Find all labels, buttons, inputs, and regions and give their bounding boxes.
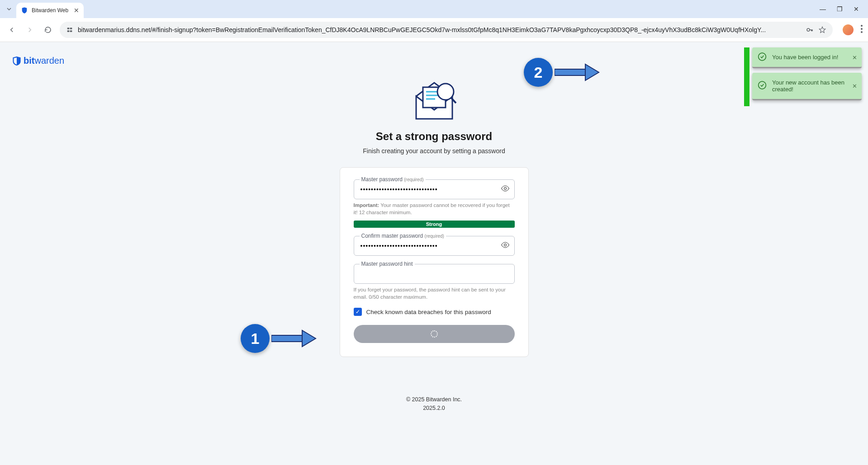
page-subtitle: Finish creating your account by setting … bbox=[363, 147, 505, 155]
bitwarden-favicon-icon bbox=[21, 7, 28, 14]
check-circle-icon bbox=[758, 52, 767, 62]
toast-stack: You have been logged in! ✕ Your new acco… bbox=[752, 47, 862, 100]
browser-chrome: Bitwarden Web ✕ — ❐ ✕ bitwardenmarius.dd… bbox=[0, 0, 868, 42]
password-strength-bar: Strong bbox=[354, 221, 515, 228]
reload-button[interactable] bbox=[42, 23, 54, 36]
svg-rect-2 bbox=[67, 30, 70, 32]
brand-text: bitwarden bbox=[24, 56, 64, 66]
svg-rect-1 bbox=[70, 28, 72, 29]
svg-rect-18 bbox=[271, 335, 302, 342]
password-hint-help: If you forget your password, the passwor… bbox=[354, 287, 515, 301]
svg-point-17 bbox=[759, 81, 766, 89]
svg-point-5 bbox=[861, 25, 863, 27]
browser-tab[interactable]: Bitwarden Web ✕ bbox=[16, 3, 84, 18]
tab-title: Bitwarden Web bbox=[32, 7, 68, 14]
annotation-badge: 1 bbox=[241, 324, 270, 353]
toast-account-created: Your new account has been created! ✕ bbox=[752, 73, 862, 100]
browser-toolbar: bitwardenmarius.ddns.net/#/finish-signup… bbox=[0, 18, 868, 42]
password-hint-field[interactable]: Master password hint bbox=[354, 264, 515, 284]
address-bar[interactable]: bitwardenmarius.ddns.net/#/finish-signup… bbox=[60, 22, 833, 38]
toast-close-icon[interactable]: ✕ bbox=[852, 54, 857, 61]
browser-menu-icon[interactable] bbox=[861, 25, 863, 35]
annotation-badge: 2 bbox=[524, 58, 553, 87]
svg-rect-0 bbox=[67, 28, 70, 29]
profile-avatar[interactable] bbox=[842, 23, 854, 36]
tab-search-dropdown[interactable] bbox=[4, 4, 14, 14]
submit-button[interactable] bbox=[354, 325, 515, 343]
svg-point-4 bbox=[807, 28, 810, 31]
version-text: 2025.2.0 bbox=[406, 404, 462, 413]
site-settings-icon[interactable] bbox=[66, 26, 73, 33]
svg-point-6 bbox=[861, 28, 863, 30]
confirm-password-field[interactable]: Confirm master password (required) bbox=[354, 236, 515, 256]
arrow-right-icon bbox=[555, 62, 600, 82]
password-hint-label: Master password hint bbox=[360, 261, 415, 267]
tab-close-icon[interactable]: ✕ bbox=[74, 7, 79, 14]
toggle-visibility-icon[interactable] bbox=[501, 184, 510, 195]
forward-button[interactable] bbox=[24, 23, 36, 36]
toast-close-icon[interactable]: ✕ bbox=[852, 83, 857, 89]
confirm-password-input[interactable] bbox=[360, 242, 496, 249]
close-window-icon[interactable]: ✕ bbox=[854, 5, 859, 13]
strength-label: Strong bbox=[426, 221, 442, 227]
minimize-icon[interactable]: — bbox=[820, 5, 826, 13]
master-password-label: Master password (required) bbox=[360, 176, 426, 183]
url-text: bitwardenmarius.ddns.net/#/finish-signup… bbox=[78, 26, 801, 33]
toast-message: You have been logged in! bbox=[772, 54, 838, 61]
bookmark-star-icon[interactable] bbox=[818, 26, 826, 34]
envelope-magnify-icon bbox=[407, 76, 461, 121]
svg-point-15 bbox=[504, 244, 506, 246]
form-card: Master password (required) Important: Yo… bbox=[340, 167, 529, 357]
back-button[interactable] bbox=[5, 23, 18, 36]
loading-spinner-icon bbox=[431, 330, 438, 338]
toast-message: Your new account has been created! bbox=[772, 79, 844, 93]
annotation-1: 1 bbox=[241, 324, 317, 353]
maximize-icon[interactable]: ❐ bbox=[837, 5, 843, 13]
shield-icon bbox=[13, 56, 21, 66]
arrow-right-icon bbox=[271, 329, 317, 348]
toast-logged-in: You have been logged in! ✕ bbox=[752, 47, 862, 68]
breach-checkbox[interactable]: ✓ bbox=[354, 308, 362, 316]
password-key-icon[interactable] bbox=[806, 26, 814, 34]
svg-rect-19 bbox=[555, 69, 585, 75]
master-password-field[interactable]: Master password (required) bbox=[354, 179, 515, 199]
master-password-hint: Important: Your master password cannot b… bbox=[354, 202, 515, 216]
browser-titlebar: Bitwarden Web ✕ — ❐ ✕ bbox=[0, 0, 868, 18]
brand-logo[interactable]: bitwarden bbox=[13, 56, 64, 66]
toggle-visibility-icon[interactable] bbox=[501, 240, 510, 251]
annotation-2: 2 bbox=[524, 58, 600, 87]
breach-check-row[interactable]: ✓ Check known data breaches for this pas… bbox=[354, 308, 515, 316]
annotation-green-bar bbox=[744, 47, 749, 106]
confirm-password-label: Confirm master password (required) bbox=[360, 233, 446, 239]
copyright-text: © 2025 Bitwarden Inc. bbox=[406, 395, 462, 404]
check-circle-icon bbox=[758, 81, 767, 91]
window-controls: — ❐ ✕ bbox=[820, 5, 864, 13]
breach-checkbox-label: Check known data breaches for this passw… bbox=[366, 309, 491, 315]
svg-point-16 bbox=[759, 53, 766, 61]
page-title: Set a strong password bbox=[376, 130, 492, 143]
page-footer: © 2025 Bitwarden Inc. 2025.2.0 bbox=[406, 395, 462, 413]
toolbar-right bbox=[842, 23, 863, 36]
svg-point-14 bbox=[504, 188, 506, 190]
page-content: bitwarden Set a strong password Finish c… bbox=[0, 42, 868, 465]
svg-point-7 bbox=[861, 31, 863, 33]
svg-rect-3 bbox=[70, 30, 72, 32]
password-hint-input[interactable] bbox=[360, 270, 496, 277]
master-password-input[interactable] bbox=[360, 186, 496, 193]
